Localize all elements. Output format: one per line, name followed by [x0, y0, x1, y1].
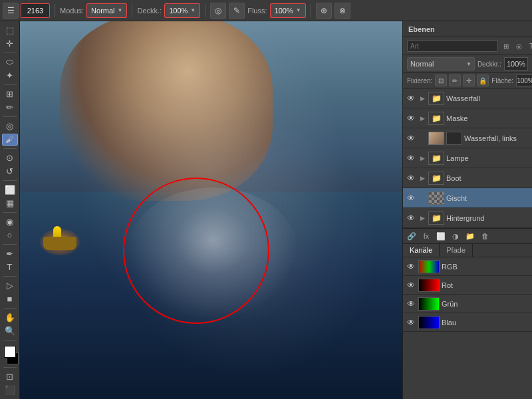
folder-icon[interactable]: 📁 [464, 230, 476, 242]
channel-eye-rot[interactable]: 👁 [406, 280, 416, 291]
opacity-dropdown[interactable]: 100% ▼ [164, 3, 200, 18]
eraser-tool[interactable]: ⬜ [2, 184, 18, 196]
brush-mode-btn[interactable]: ✎ [229, 3, 245, 19]
fx-icon[interactable]: fx [420, 230, 432, 242]
layers-bottom-bar: 🔗 fx ⬜ ◑ 📁 🗑 [403, 228, 532, 243]
menu-button[interactable]: ☰ [3, 3, 19, 19]
history-brush-tool[interactable]: ↺ [2, 166, 18, 178]
app-icons-group: ☰ 2163 [3, 3, 50, 19]
layer-arrow-boot[interactable]: ▶ [418, 174, 426, 182]
layer-item-wasserfall[interactable]: 👁 ▶ 📁 Wasserfall [403, 88, 532, 108]
layers-icon-2[interactable]: ◎ [513, 41, 524, 51]
trash-icon[interactable]: 🗑 [479, 230, 491, 242]
flow-arrow: ▼ [296, 7, 301, 13]
adj-icon[interactable]: ◑ [450, 230, 462, 242]
channel-eye-grun[interactable]: 👁 [406, 299, 416, 309]
airbrush-btn[interactable]: ⊕ [316, 3, 332, 19]
move-tool[interactable]: ✛ [2, 38, 18, 51]
layer-arrow-hintergrund[interactable]: ▶ [418, 214, 426, 222]
healing-brush-tool[interactable]: ◎ [2, 120, 18, 132]
sep-4 [311, 4, 311, 17]
eyedropper-tool[interactable]: ✏ [2, 102, 18, 114]
gradient-tool[interactable]: ▦ [2, 198, 18, 210]
lock-position-btn[interactable]: ✛ [463, 74, 475, 86]
layer-item-wasserfall-links[interactable]: 👁 ▶ Wasserfall, links [403, 128, 532, 148]
layer-eye-hintergrund[interactable]: 👁 [406, 213, 416, 223]
layer-item-boot[interactable]: 👁 ▶ 📁 Boot [403, 168, 532, 188]
layer-name-hintergrund: Hintergrund [446, 214, 529, 222]
lock-pixels-btn[interactable]: ✏ [449, 74, 461, 86]
blur-tool[interactable]: ◉ [2, 215, 18, 228]
tool-sep-11 [3, 367, 17, 368]
lock-all-btn[interactable]: 🔒 [477, 74, 489, 86]
crop-tool[interactable]: ⊞ [2, 88, 18, 100]
channel-tabs: Kanäle Pfade [403, 244, 532, 257]
tool-sep-6 [3, 212, 17, 213]
layer-name-boot: Boot [446, 174, 529, 182]
layers-icon-3[interactable]: T [526, 41, 532, 51]
layer-eye-maske[interactable]: 👁 [406, 113, 416, 124]
tab-pfade[interactable]: Pfade [440, 244, 473, 257]
channel-rot[interactable]: 👁 Rot [403, 276, 532, 295]
layer-name-maske: Maske [446, 114, 529, 122]
layer-item-hintergrund[interactable]: 👁 ▶ 📁 Hintergrund [403, 208, 532, 228]
flow-dropdown[interactable]: 100% ▼ [270, 3, 306, 18]
pen-tool[interactable]: ✒ [2, 247, 18, 260]
path-select-tool[interactable]: ▷ [2, 279, 18, 292]
quick-mask-btn[interactable]: ⊡ [2, 370, 18, 383]
mode-dropdown[interactable]: Normal ▼ [86, 3, 127, 18]
layer-item-gischt[interactable]: 👁 ▶ Gischt [403, 188, 532, 208]
layer-item-lampe[interactable]: 👁 ▶ 📁 Lampe [403, 148, 532, 168]
layer-eye-wasserfall[interactable]: 👁 [406, 93, 416, 104]
channel-eye-blau[interactable]: 👁 [406, 317, 416, 328]
layer-thumb-gischt [428, 192, 444, 205]
text-tool[interactable]: T [2, 261, 18, 274]
brush-size-display[interactable]: 2163 [21, 3, 50, 18]
channel-rgb[interactable]: 👁 RGB [403, 257, 532, 276]
hand-tool[interactable]: ✋ [2, 311, 18, 324]
channel-name-rot: Rot [442, 281, 453, 289]
opacity-value-panel[interactable]: 100% [504, 57, 528, 70]
channel-blau[interactable]: 👁 Blau [403, 313, 532, 332]
mask-icon[interactable]: ⬜ [435, 230, 447, 242]
channel-grun[interactable]: 👁 Grün [403, 295, 532, 313]
dodge-tool[interactable]: ○ [2, 229, 18, 242]
fix-label: Fixieren: [407, 77, 432, 84]
lock-transparent-btn[interactable]: ⊡ [435, 74, 447, 86]
screen-mode-btn[interactable]: ⬛ [2, 384, 18, 396]
layer-eye-boot[interactable]: 👁 [406, 173, 416, 184]
layer-name-wasserfall-links: Wasserfall, links [464, 134, 529, 142]
layer-item-maske[interactable]: 👁 ▶ 📁 Maske [403, 108, 532, 128]
link-icon[interactable]: 🔗 [406, 230, 418, 242]
layer-name-gischt: Gischt [446, 194, 529, 202]
channel-thumb-blau [418, 316, 440, 329]
shape-tool[interactable]: ■ [2, 293, 18, 306]
quick-select-tool[interactable]: ✦ [2, 70, 18, 82]
brush-tool[interactable]: 🖌 [2, 134, 18, 146]
zoom-tool[interactable]: 🔍 [2, 325, 18, 338]
tool-sep-2 [3, 84, 17, 85]
layer-eye-gischt[interactable]: 👁 [406, 193, 416, 203]
marquee-tool[interactable]: ⬚ [2, 24, 18, 37]
channel-name-blau: Blau [442, 319, 456, 327]
sep-3 [205, 4, 205, 17]
layer-arrow-maske[interactable]: ▶ [418, 114, 426, 122]
layers-icon-1[interactable]: ⊞ [501, 41, 511, 51]
tab-kanale[interactable]: Kanäle [403, 244, 440, 257]
pressure-btn[interactable]: ⊗ [334, 3, 350, 19]
lasso-tool[interactable]: ⬭ [2, 56, 18, 68]
blend-mode-dropdown[interactable]: Normal ▼ [407, 57, 475, 70]
layer-arrow-lampe[interactable]: ▶ [418, 154, 426, 162]
layer-eye-wasserfall-links[interactable]: 👁 [406, 133, 416, 144]
channel-eye-rgb[interactable]: 👁 [406, 261, 416, 272]
layer-arrow-wasserfall[interactable]: ▶ [418, 94, 426, 102]
fill-value[interactable]: 100% [516, 74, 532, 86]
foreground-color[interactable] [4, 346, 16, 358]
brush-hardness-btn[interactable]: ◎ [210, 3, 226, 19]
canvas-area[interactable] [20, 21, 402, 399]
clone-stamp-tool[interactable]: ⊙ [2, 152, 18, 164]
layer-eye-lampe[interactable]: 👁 [406, 153, 416, 164]
layer-name-lampe: Lampe [446, 154, 529, 162]
mode-label: Modus: [60, 7, 84, 15]
layers-search-input[interactable] [407, 40, 498, 52]
